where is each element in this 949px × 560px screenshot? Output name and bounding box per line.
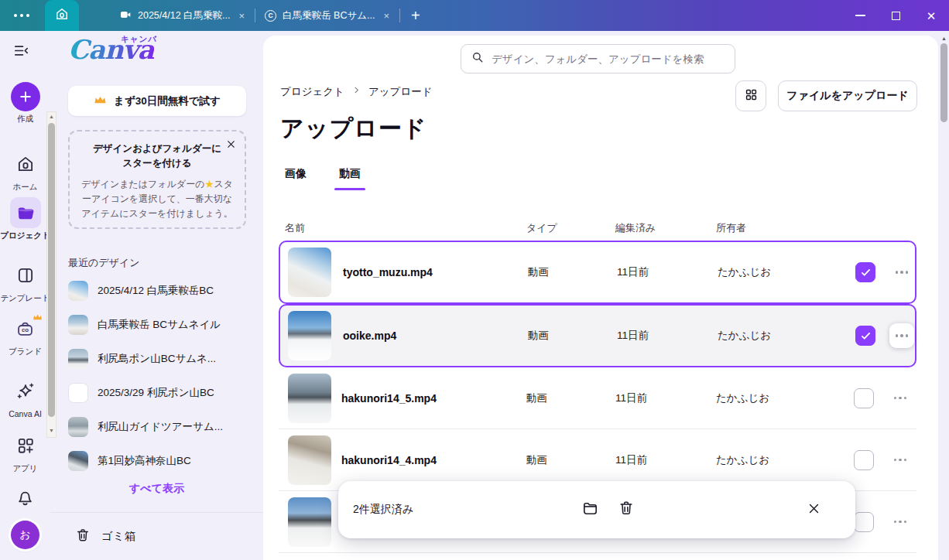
table-row[interactable]: tyotto_muzu.mp4 動画 11日前 たかふじお bbox=[279, 241, 916, 304]
templates-icon bbox=[10, 260, 41, 291]
recent-design-item[interactable]: 2025/4/12 白馬乗鞍岳BC bbox=[62, 274, 254, 308]
video-thumbnail[interactable] bbox=[288, 311, 331, 360]
search-input[interactable] bbox=[492, 53, 725, 65]
more-options-button[interactable] bbox=[888, 386, 913, 411]
row-checkbox[interactable] bbox=[854, 450, 874, 470]
column-owner: 所有者 bbox=[716, 221, 746, 235]
minimize-button[interactable] bbox=[842, 0, 878, 31]
rail-item-home[interactable]: ホーム bbox=[0, 149, 50, 193]
rail-item-label: プロジェクト bbox=[0, 230, 50, 241]
canva-c-icon: C bbox=[265, 10, 276, 22]
trash-nav-item[interactable]: ゴミ箱 bbox=[50, 512, 263, 560]
file-type: 動画 bbox=[528, 265, 549, 279]
recent-design-item[interactable]: 白馬乗鞍岳 BCサムネイル bbox=[62, 308, 254, 342]
window-controls: ✕ bbox=[842, 0, 949, 31]
trash-icon bbox=[75, 528, 91, 545]
rail-item-create[interactable]: 作成 bbox=[0, 82, 50, 125]
close-icon[interactable]: × bbox=[381, 10, 392, 22]
collapse-sidebar-button[interactable] bbox=[12, 42, 30, 63]
grid-view-button[interactable] bbox=[735, 80, 766, 111]
row-checkbox[interactable] bbox=[854, 388, 874, 408]
rail-item-templates[interactable]: テンプレート bbox=[0, 260, 50, 304]
scrollbar-thumb[interactable] bbox=[940, 43, 947, 122]
video-thumbnail[interactable] bbox=[288, 248, 331, 297]
design-label: 第1回妙高神奈山BC bbox=[98, 454, 191, 468]
recent-design-item[interactable]: 2025/3/29 利尻ポン山BC bbox=[62, 376, 254, 410]
scroll-up-icon[interactable]: ▲ bbox=[49, 112, 54, 121]
column-name: 名前 bbox=[285, 221, 305, 235]
file-edited: 11日前 bbox=[617, 329, 649, 343]
more-options-button[interactable] bbox=[888, 510, 913, 534]
sidebar-scrollbar[interactable]: ▲ ▼ bbox=[46, 111, 57, 438]
recent-design-item[interactable]: 第1回妙高神奈山BC bbox=[62, 444, 254, 478]
video-thumbnail[interactable] bbox=[288, 497, 331, 547]
breadcrumb-projects[interactable]: プロジェクト bbox=[280, 85, 344, 99]
show-all-link[interactable]: すべて表示 bbox=[50, 482, 263, 496]
delete-selected-button[interactable] bbox=[618, 500, 635, 521]
maximize-icon bbox=[892, 12, 900, 20]
design-label: 2025/3/29 利尻ポン山BC bbox=[98, 386, 214, 400]
overflow-menu-dots[interactable] bbox=[14, 14, 29, 17]
canva-logo[interactable]: Canva キャンバ bbox=[68, 36, 154, 64]
rail-item-label: Canva AI bbox=[9, 409, 42, 418]
table-row[interactable]: hakunori14_5.mp4 動画 11日前 たかふじお bbox=[279, 367, 916, 429]
rail-item-projects[interactable]: プロジェクト bbox=[0, 197, 50, 241]
maximize-button[interactable] bbox=[878, 0, 913, 31]
video-thumbnail[interactable] bbox=[288, 435, 331, 485]
close-icon[interactable] bbox=[226, 138, 236, 152]
free-trial-button[interactable]: まず30日間無料で試す bbox=[68, 86, 246, 116]
row-checkbox[interactable] bbox=[854, 512, 874, 532]
table-row[interactable]: ooike.mp4 動画 11日前 たかふじお bbox=[279, 304, 916, 367]
content-tabs: 画像 動画 bbox=[285, 167, 361, 190]
checkmark-icon bbox=[859, 266, 872, 279]
close-icon bbox=[807, 502, 821, 518]
scroll-down-icon[interactable]: ▼ bbox=[49, 426, 54, 435]
move-to-folder-button[interactable] bbox=[581, 500, 599, 521]
page-scrollbar[interactable]: ▲ bbox=[940, 36, 948, 560]
upload-file-button[interactable]: ファイルをアップロード bbox=[778, 80, 917, 111]
rail-item-brand[interactable]: co ブランド bbox=[0, 313, 50, 357]
recent-design-item[interactable]: 利尻島ポン山BCサムネ... bbox=[62, 342, 254, 376]
column-type: タイプ bbox=[526, 221, 557, 235]
notifications-button[interactable] bbox=[0, 481, 50, 512]
browser-tab-design[interactable]: 2025/4/12 白馬乗鞍... × bbox=[110, 0, 255, 31]
recent-design-item[interactable]: 利尻山ガイドツアーサム... bbox=[62, 410, 254, 444]
row-checkbox[interactable] bbox=[855, 326, 875, 346]
home-icon bbox=[54, 6, 70, 25]
selection-toolbar: 2件選択済み bbox=[338, 481, 855, 538]
file-owner: たかふじお bbox=[718, 329, 771, 343]
tab-label: 白馬乗鞍岳 BCサム... bbox=[283, 9, 375, 22]
clear-selection-button[interactable] bbox=[807, 502, 821, 518]
recent-designs-list: 2025/4/12 白馬乗鞍岳BC 白馬乗鞍岳 BCサムネイル 利尻島ポン山BC… bbox=[62, 274, 254, 478]
browser-tab-thumbnail[interactable]: C 白馬乗鞍岳 BCサム... × bbox=[255, 0, 399, 31]
close-button[interactable]: ✕ bbox=[913, 0, 949, 31]
breadcrumb-uploads[interactable]: アップロード bbox=[368, 85, 433, 99]
table-header: 名前 タイプ 編集済み 所有者 bbox=[279, 221, 916, 241]
tab-label: 2025/4/12 白馬乗鞍... bbox=[138, 9, 231, 22]
close-icon[interactable]: × bbox=[237, 10, 248, 22]
home-tab[interactable] bbox=[45, 0, 79, 31]
apps-grid-icon bbox=[10, 430, 41, 461]
selection-count-label: 2件選択済み bbox=[353, 503, 413, 517]
search-bar[interactable] bbox=[461, 44, 735, 73]
scroll-up-icon[interactable]: ▲ bbox=[940, 36, 948, 41]
video-thumbnail[interactable] bbox=[288, 374, 331, 423]
rail-item-apps[interactable]: アプリ bbox=[0, 430, 50, 474]
tab-videos[interactable]: 動画 bbox=[339, 167, 361, 190]
grid-view-icon bbox=[744, 87, 759, 105]
more-options-button[interactable] bbox=[888, 448, 913, 473]
scrollbar-thumb[interactable] bbox=[48, 123, 55, 417]
design-label: 利尻山ガイドツアーサム... bbox=[98, 420, 223, 434]
rail-item-label: 作成 bbox=[17, 114, 33, 125]
row-checkbox[interactable] bbox=[855, 262, 875, 282]
more-options-button[interactable] bbox=[889, 323, 914, 348]
checkmark-icon bbox=[859, 330, 872, 343]
nav-rail: 作成 ホーム プロジェクト テンプレート bbox=[0, 31, 50, 560]
rail-item-canva-ai[interactable]: Canva AI bbox=[0, 376, 50, 418]
crown-icon bbox=[94, 95, 107, 107]
tab-images[interactable]: 画像 bbox=[285, 167, 307, 190]
more-options-button[interactable] bbox=[889, 260, 914, 285]
design-label: 2025/4/12 白馬乗鞍岳BC bbox=[98, 284, 214, 298]
account-avatar[interactable]: お bbox=[0, 521, 50, 549]
new-tab-button[interactable]: + bbox=[411, 8, 420, 23]
